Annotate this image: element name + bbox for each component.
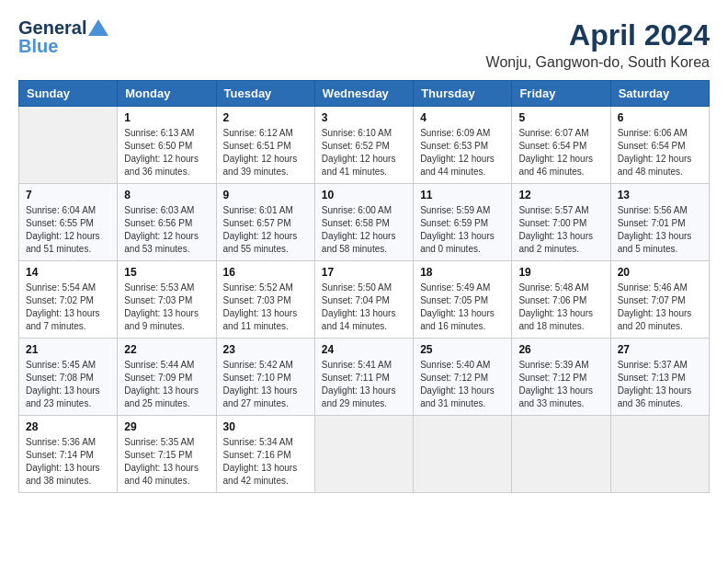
- day-cell: 26Sunrise: 5:39 AMSunset: 7:12 PMDayligh…: [512, 339, 610, 416]
- week-row-4: 21Sunrise: 5:45 AMSunset: 7:08 PMDayligh…: [19, 339, 710, 416]
- day-cell: 3Sunrise: 6:10 AMSunset: 6:52 PMDaylight…: [314, 107, 413, 184]
- day-number: 1: [124, 111, 209, 124]
- location: Wonju, Gangwon-do, South Korea: [486, 54, 710, 71]
- day-cell: 20Sunrise: 5:46 AMSunset: 7:07 PMDayligh…: [610, 261, 709, 339]
- day-number: 27: [618, 343, 702, 356]
- day-cell: 2Sunrise: 6:12 AMSunset: 6:51 PMDaylight…: [216, 107, 314, 184]
- day-info: Sunrise: 5:42 AMSunset: 7:10 PMDaylight:…: [223, 359, 308, 410]
- day-number: 11: [420, 189, 505, 201]
- day-info: Sunrise: 5:35 AMSunset: 7:15 PMDaylight:…: [124, 436, 209, 488]
- day-header-monday: Monday: [118, 81, 216, 107]
- day-cell: 22Sunrise: 5:44 AMSunset: 7:09 PMDayligh…: [118, 339, 216, 416]
- day-info: Sunrise: 5:59 AMSunset: 6:59 PMDaylight:…: [420, 204, 505, 256]
- day-info: Sunrise: 5:39 AMSunset: 7:12 PMDaylight:…: [518, 359, 603, 410]
- day-info: Sunrise: 5:45 AMSunset: 7:08 PMDaylight:…: [26, 359, 110, 410]
- day-cell: 28Sunrise: 5:36 AMSunset: 7:14 PMDayligh…: [19, 416, 118, 493]
- day-cell: 16Sunrise: 5:52 AMSunset: 7:03 PMDayligh…: [216, 261, 314, 339]
- day-cell: 6Sunrise: 6:06 AMSunset: 6:54 PMDaylight…: [610, 107, 709, 184]
- day-header-friday: Friday: [512, 81, 610, 107]
- day-header-sunday: Sunday: [19, 81, 118, 107]
- day-info: Sunrise: 5:41 AMSunset: 7:11 PMDaylight:…: [322, 359, 406, 410]
- day-number: 7: [26, 189, 110, 201]
- day-header-thursday: Thursday: [414, 81, 512, 107]
- day-number: 14: [26, 266, 110, 279]
- day-number: 15: [124, 266, 209, 279]
- day-cell: 14Sunrise: 5:54 AMSunset: 7:02 PMDayligh…: [19, 261, 118, 339]
- day-cell: 29Sunrise: 5:35 AMSunset: 7:15 PMDayligh…: [118, 416, 216, 493]
- day-number: 22: [124, 343, 209, 356]
- day-number: 28: [26, 420, 110, 433]
- day-info: Sunrise: 5:49 AMSunset: 7:05 PMDaylight:…: [420, 282, 505, 333]
- day-number: 30: [223, 420, 308, 433]
- day-info: Sunrise: 6:10 AMSunset: 6:52 PMDaylight:…: [322, 127, 406, 178]
- day-header-saturday: Saturday: [610, 81, 709, 107]
- day-info: Sunrise: 6:00 AMSunset: 6:58 PMDaylight:…: [322, 204, 406, 256]
- day-number: 2: [223, 111, 308, 124]
- title-section: April 2024 Wonju, Gangwon-do, South Kore…: [486, 18, 710, 71]
- day-number: 10: [322, 189, 406, 201]
- day-cell: 5Sunrise: 6:07 AMSunset: 6:54 PMDaylight…: [512, 107, 610, 184]
- day-info: Sunrise: 5:34 AMSunset: 7:16 PMDaylight:…: [223, 436, 308, 488]
- day-info: Sunrise: 6:04 AMSunset: 6:55 PMDaylight:…: [26, 204, 110, 256]
- day-cell: 4Sunrise: 6:09 AMSunset: 6:53 PMDaylight…: [414, 107, 512, 184]
- day-info: Sunrise: 5:37 AMSunset: 7:13 PMDaylight:…: [618, 359, 702, 410]
- calendar-table: SundayMondayTuesdayWednesdayThursdayFrid…: [18, 80, 710, 493]
- day-number: 9: [223, 189, 308, 201]
- day-info: Sunrise: 6:13 AMSunset: 6:50 PMDaylight:…: [124, 127, 209, 178]
- logo-general: General: [18, 18, 86, 37]
- day-info: Sunrise: 5:48 AMSunset: 7:06 PMDaylight:…: [518, 282, 603, 333]
- day-cell: 21Sunrise: 5:45 AMSunset: 7:08 PMDayligh…: [19, 339, 118, 416]
- day-number: 19: [518, 266, 603, 279]
- day-info: Sunrise: 6:06 AMSunset: 6:54 PMDaylight:…: [618, 127, 702, 178]
- week-row-3: 14Sunrise: 5:54 AMSunset: 7:02 PMDayligh…: [19, 261, 710, 339]
- day-number: 12: [518, 189, 603, 201]
- day-info: Sunrise: 5:53 AMSunset: 7:03 PMDaylight:…: [124, 282, 209, 333]
- day-number: 6: [618, 111, 702, 124]
- day-info: Sunrise: 6:09 AMSunset: 6:53 PMDaylight:…: [420, 127, 505, 178]
- week-row-1: 1Sunrise: 6:13 AMSunset: 6:50 PMDaylight…: [19, 107, 710, 184]
- logo: General Blue: [18, 18, 108, 55]
- day-header-wednesday: Wednesday: [314, 81, 413, 107]
- day-cell: 25Sunrise: 5:40 AMSunset: 7:12 PMDayligh…: [414, 339, 512, 416]
- month-title: April 2024: [486, 18, 710, 52]
- day-number: 23: [223, 343, 308, 356]
- day-cell: 12Sunrise: 5:57 AMSunset: 7:00 PMDayligh…: [512, 184, 610, 261]
- day-info: Sunrise: 6:01 AMSunset: 6:57 PMDaylight:…: [223, 204, 308, 256]
- day-number: 25: [420, 343, 505, 356]
- day-info: Sunrise: 5:40 AMSunset: 7:12 PMDaylight:…: [420, 359, 505, 410]
- day-number: 4: [420, 111, 505, 124]
- week-row-2: 7Sunrise: 6:04 AMSunset: 6:55 PMDaylight…: [19, 184, 710, 261]
- day-info: Sunrise: 5:52 AMSunset: 7:03 PMDaylight:…: [223, 282, 308, 333]
- header-row: SundayMondayTuesdayWednesdayThursdayFrid…: [19, 81, 710, 107]
- logo-blue: Blue: [18, 36, 58, 56]
- day-number: 8: [124, 189, 209, 201]
- day-number: 18: [420, 266, 505, 279]
- day-cell: 24Sunrise: 5:41 AMSunset: 7:11 PMDayligh…: [314, 339, 413, 416]
- day-info: Sunrise: 6:07 AMSunset: 6:54 PMDaylight:…: [518, 127, 603, 178]
- page-header: General Blue April 2024 Wonju, Gangwon-d…: [18, 18, 710, 71]
- day-cell: 13Sunrise: 5:56 AMSunset: 7:01 PMDayligh…: [610, 184, 709, 261]
- week-row-5: 28Sunrise: 5:36 AMSunset: 7:14 PMDayligh…: [19, 416, 710, 493]
- day-info: Sunrise: 6:12 AMSunset: 6:51 PMDaylight:…: [223, 127, 308, 178]
- day-number: 5: [518, 111, 603, 124]
- day-number: 21: [26, 343, 110, 356]
- logo-icon: [88, 19, 108, 36]
- day-number: 13: [618, 189, 702, 201]
- day-cell: 7Sunrise: 6:04 AMSunset: 6:55 PMDaylight…: [19, 184, 118, 261]
- day-cell: [19, 107, 118, 184]
- day-cell: 10Sunrise: 6:00 AMSunset: 6:58 PMDayligh…: [314, 184, 413, 261]
- day-info: Sunrise: 5:50 AMSunset: 7:04 PMDaylight:…: [322, 282, 406, 333]
- day-cell: 1Sunrise: 6:13 AMSunset: 6:50 PMDaylight…: [118, 107, 216, 184]
- day-info: Sunrise: 5:36 AMSunset: 7:14 PMDaylight:…: [26, 436, 110, 488]
- day-cell: 11Sunrise: 5:59 AMSunset: 6:59 PMDayligh…: [414, 184, 512, 261]
- day-info: Sunrise: 5:46 AMSunset: 7:07 PMDaylight:…: [618, 282, 702, 333]
- day-info: Sunrise: 5:56 AMSunset: 7:01 PMDaylight:…: [618, 204, 702, 256]
- day-cell: [314, 416, 413, 493]
- day-cell: 23Sunrise: 5:42 AMSunset: 7:10 PMDayligh…: [216, 339, 314, 416]
- day-cell: 30Sunrise: 5:34 AMSunset: 7:16 PMDayligh…: [216, 416, 314, 493]
- day-number: 26: [518, 343, 603, 356]
- day-cell: [610, 416, 709, 493]
- day-number: 17: [322, 266, 406, 279]
- day-number: 29: [124, 420, 209, 433]
- day-cell: 17Sunrise: 5:50 AMSunset: 7:04 PMDayligh…: [314, 261, 413, 339]
